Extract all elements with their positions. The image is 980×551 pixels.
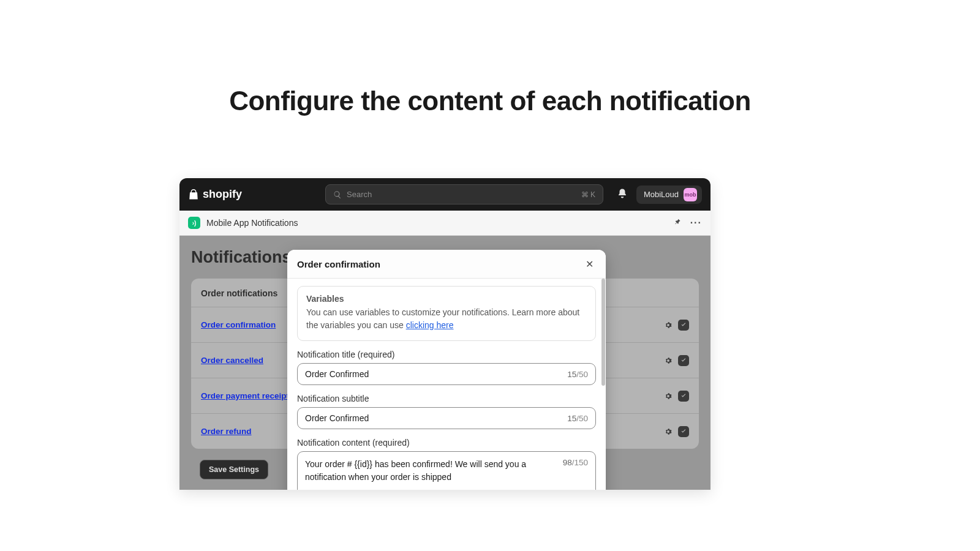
check-icon [680,322,687,328]
more-button[interactable]: ··· [690,217,702,228]
search-input[interactable]: Search ⌘ K [325,184,603,204]
variables-text: You can use variables to customize your … [306,306,587,332]
title-field-label: Notification title (required) [297,350,596,359]
content-char-counter: 98/150 [563,458,588,467]
subtitle-field-label: Notification subtitle [297,394,596,403]
notifications-bell-button[interactable] [617,188,628,201]
variables-docs-link[interactable]: clicking here [406,320,454,330]
gear-icon[interactable] [663,427,673,437]
app-icon: ›) [188,217,200,229]
modal-header: Order confirmation ✕ [287,250,606,279]
order-confirmation-modal: Order confirmation ✕ Variables You can u… [287,250,606,490]
modal-body: Variables You can use variables to custo… [287,279,606,490]
list-link-order-cancelled[interactable]: Order cancelled [201,356,263,365]
notification-content-value: Your order # {{id}} has been confirmed! … [305,459,526,482]
check-icon [680,393,687,399]
gear-icon[interactable] [663,356,673,365]
enabled-toggle[interactable] [678,355,689,366]
app-window: shopify Search ⌘ K MobiLoud mob ›) Mobil… [179,178,710,490]
check-icon [680,429,687,435]
hero-title: Configure the content of each notificati… [0,0,980,116]
notification-title-value: Order Confirmed [305,369,369,379]
list-link-order-refund[interactable]: Order refund [201,427,252,436]
gear-icon[interactable] [663,320,673,330]
search-icon [333,190,342,199]
notification-title-input[interactable]: Order Confirmed 15/50 [297,363,596,385]
variables-heading: Variables [306,294,587,304]
page-title: Notifications [191,248,292,267]
enabled-toggle[interactable] [678,426,689,437]
enabled-toggle[interactable] [678,391,689,402]
search-shortcut: ⌘ K [581,190,595,199]
modal-scrollbar[interactable] [601,279,605,386]
list-link-order-confirmation[interactable]: Order confirmation [201,320,276,329]
app-name: Mobile App Notifications [206,218,298,228]
enabled-toggle[interactable] [678,320,689,331]
pin-button[interactable] [673,217,682,228]
pin-icon [673,217,682,226]
modal-title: Order confirmation [297,259,380,269]
user-menu-button[interactable]: MobiLoud mob [636,186,702,204]
save-settings-button[interactable]: Save Settings [200,460,268,479]
content-field-label: Notification content (required) [297,438,596,448]
user-name: MobiLoud [644,190,679,199]
list-link-order-payment-receipt[interactable]: Order payment receipt [201,391,289,400]
title-char-counter: 15/50 [567,370,588,379]
content-area: Notifications Order notifications Order … [179,236,710,490]
topbar: shopify Search ⌘ K MobiLoud mob [179,178,710,211]
gear-icon[interactable] [663,391,673,401]
subtitle-char-counter: 15/50 [567,414,588,423]
shopify-bag-icon [188,189,199,201]
search-placeholder: Search [347,190,372,199]
notification-content-input[interactable]: Your order # {{id}} has been confirmed! … [297,451,596,490]
shopify-logo: shopify [188,188,242,201]
close-button[interactable]: ✕ [583,256,596,272]
check-icon [680,358,687,364]
notification-subtitle-input[interactable]: Order Confirmed 15/50 [297,407,596,429]
avatar: mob [684,188,697,201]
app-bar: ›) Mobile App Notifications ··· [179,211,710,236]
bell-icon [617,188,628,199]
variables-info-box: Variables You can use variables to custo… [297,286,596,341]
shopify-logo-text: shopify [203,188,242,201]
notification-subtitle-value: Order Confirmed [305,413,369,423]
